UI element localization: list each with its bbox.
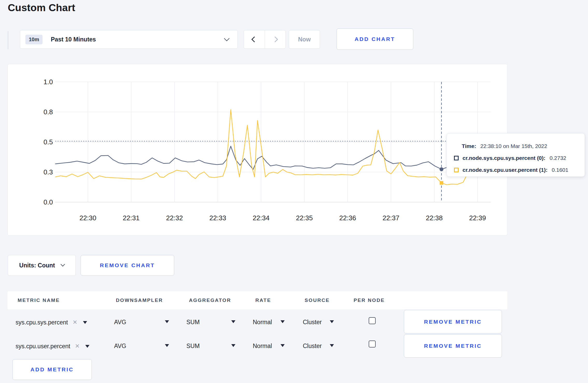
timeseries-chart[interactable]: 0.00.30.50.81.022:3022:3122:3222:3322:34… <box>8 64 507 235</box>
metric-name-select[interactable]: sys.cpu.user.percent ✕ <box>16 338 89 354</box>
tooltip-time-label: Time: <box>462 143 476 149</box>
svg-text:22:31: 22:31 <box>123 214 139 222</box>
remove-chart-label: REMOVE CHART <box>100 262 155 268</box>
svg-text:22:34: 22:34 <box>253 214 269 222</box>
svg-text:22:35: 22:35 <box>296 214 313 222</box>
chart-card: 0.00.30.50.81.022:3022:3122:3222:3322:34… <box>8 64 507 236</box>
remove-metric-label: REMOVE METRIC <box>424 319 482 325</box>
time-next-button[interactable] <box>265 30 286 48</box>
rate-select[interactable]: Normal <box>253 343 272 350</box>
metric-name-value: sys.cpu.sys.percent <box>16 319 68 326</box>
dropdown-arrow-icon[interactable] <box>165 320 169 323</box>
svg-text:22:36: 22:36 <box>339 214 356 222</box>
tooltip-series-row: cr.node.sys.cpu.user.percent (1): 0.1601 <box>454 164 585 176</box>
metrics-table-header: METRIC NAME DOWNSAMPLER AGGREGATOR RATE … <box>8 291 507 309</box>
svg-text:22:32: 22:32 <box>166 214 183 222</box>
downsampler-select[interactable]: AVG <box>114 319 126 326</box>
svg-text:22:37: 22:37 <box>382 214 399 222</box>
tooltip-time-row: Time: 22:38:10 on Mar 15th, 2022 <box>454 140 585 152</box>
metric-name-select[interactable]: sys.cpu.sys.percent ✕ <box>16 315 87 330</box>
time-range-label: Past 10 Minutes <box>51 36 96 43</box>
time-prev-button[interactable] <box>244 30 265 48</box>
remove-tag-icon[interactable]: ✕ <box>75 343 80 349</box>
units-select-label: Units: Count <box>19 262 55 269</box>
toolbar-left-divider <box>8 31 8 49</box>
chevron-down-icon <box>224 36 229 41</box>
series-swatch-user-icon <box>454 168 459 172</box>
aggregator-select[interactable]: SUM <box>186 343 200 350</box>
tooltip-series-name: cr.node.sys.cpu.sys.percent (0): <box>463 155 545 161</box>
svg-text:22:30: 22:30 <box>79 214 96 222</box>
per-node-checkbox[interactable] <box>369 341 376 347</box>
dropdown-arrow-icon <box>83 321 87 324</box>
remove-tag-icon[interactable]: ✕ <box>73 320 77 325</box>
svg-text:0.8: 0.8 <box>44 108 53 116</box>
col-header-per-node: PER NODE <box>354 297 385 303</box>
add-metric-label: ADD METRIC <box>31 366 74 373</box>
dropdown-arrow-icon[interactable] <box>330 344 334 347</box>
dropdown-arrow-icon[interactable] <box>165 344 169 347</box>
dropdown-arrow-icon[interactable] <box>281 344 285 347</box>
col-header-source: SOURCE <box>305 297 330 303</box>
chevron-left-icon <box>251 37 257 42</box>
svg-text:0.5: 0.5 <box>44 138 53 146</box>
downsampler-select[interactable]: AVG <box>114 343 126 350</box>
add-chart-label: ADD CHART <box>355 36 395 42</box>
chevron-right-icon <box>272 37 278 42</box>
svg-text:0.0: 0.0 <box>44 198 53 206</box>
col-header-aggregator: AGGREGATOR <box>189 297 231 303</box>
svg-text:0.3: 0.3 <box>44 168 53 176</box>
tooltip-series-value: 0.2732 <box>550 155 566 161</box>
dropdown-arrow-icon <box>85 345 89 348</box>
time-window-nav <box>244 30 286 49</box>
page-title: Custom Chart <box>8 2 75 13</box>
now-button[interactable]: Now <box>289 30 320 49</box>
remove-chart-button[interactable]: REMOVE CHART <box>81 255 174 276</box>
svg-text:22:33: 22:33 <box>209 214 226 222</box>
series-swatch-sys-icon <box>454 156 459 160</box>
svg-text:1.0: 1.0 <box>44 78 53 86</box>
add-chart-button[interactable]: ADD CHART <box>337 29 413 50</box>
remove-metric-label: REMOVE METRIC <box>424 343 482 349</box>
col-header-rate: RATE <box>255 297 271 303</box>
metric-name-value: sys.cpu.user.percent <box>16 343 70 350</box>
dropdown-arrow-icon[interactable] <box>231 320 235 323</box>
remove-metric-button[interactable]: REMOVE METRIC <box>404 310 502 334</box>
dropdown-arrow-icon[interactable] <box>330 320 334 323</box>
time-range-select[interactable]: 10m Past 10 Minutes <box>20 30 238 49</box>
col-header-metric-name: METRIC NAME <box>18 297 60 303</box>
tooltip-series-row: cr.node.sys.cpu.sys.percent (0): 0.2732 <box>454 152 585 164</box>
tooltip-time-value: 22:38:10 on Mar 15th, 2022 <box>480 143 547 149</box>
add-metric-button[interactable]: ADD METRIC <box>12 359 92 380</box>
remove-metric-button[interactable]: REMOVE METRIC <box>404 334 502 358</box>
dropdown-arrow-icon[interactable] <box>281 320 285 323</box>
units-select[interactable]: Units: Count <box>8 255 76 276</box>
source-select[interactable]: Cluster <box>303 319 322 326</box>
aggregator-select[interactable]: SUM <box>186 319 200 326</box>
dropdown-arrow-icon[interactable] <box>231 344 235 347</box>
chevron-down-icon <box>60 262 65 267</box>
tooltip-series-value: 0.1601 <box>552 167 568 173</box>
rate-select[interactable]: Normal <box>253 319 272 326</box>
svg-text:22:38: 22:38 <box>426 214 443 222</box>
tooltip-series-name: cr.node.sys.cpu.user.percent (1): <box>463 167 548 173</box>
svg-text:22:39: 22:39 <box>469 214 486 222</box>
custom-chart-page: Custom Chart 10m Past 10 Minutes Now ADD… <box>0 0 588 383</box>
chart-tooltip: Time: 22:38:10 on Mar 15th, 2022 cr.node… <box>446 133 585 177</box>
time-range-badge: 10m <box>25 35 43 44</box>
source-select[interactable]: Cluster <box>303 343 322 350</box>
per-node-checkbox[interactable] <box>369 317 376 324</box>
col-header-downsampler: DOWNSAMPLER <box>116 297 163 303</box>
now-button-label: Now <box>298 36 311 43</box>
